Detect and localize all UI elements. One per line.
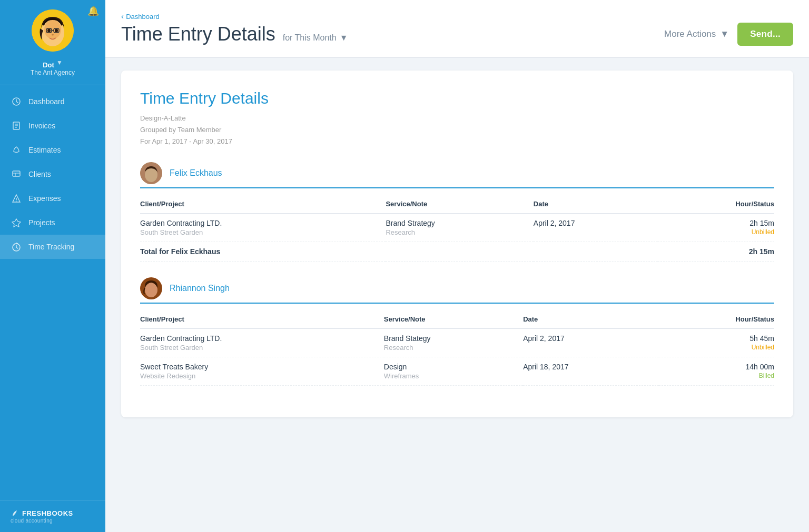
svg-point-3	[47, 29, 51, 33]
invoices-icon	[11, 120, 22, 132]
sidebar-label-projects: Projects	[28, 218, 55, 227]
sidebar-label-invoices: Invoices	[28, 122, 55, 130]
svg-line-22	[15, 243, 15, 244]
member-name-felix[interactable]: Felix Eckhaus	[170, 168, 222, 178]
sidebar-label-dashboard: Dashboard	[28, 97, 65, 106]
sidebar: 🔔	[0, 0, 105, 532]
sidebar-item-dashboard[interactable]: Dashboard	[0, 89, 105, 114]
sidebar-item-estimates[interactable]: Estimates	[0, 138, 105, 162]
svg-point-19	[16, 200, 17, 202]
report-client: Design-A-Latte	[140, 113, 774, 124]
more-actions-button[interactable]: More Actions ▼	[664, 29, 729, 39]
expenses-icon	[11, 193, 22, 204]
report-meta: Design-A-Latte Grouped by Team Member Fo…	[140, 113, 774, 147]
avatar-felix	[140, 162, 162, 184]
col-date-rhiannon: Date	[523, 311, 658, 329]
sidebar-footer: FRESHBOOKS cloud accounting	[0, 500, 105, 532]
profile-name: Dot	[43, 61, 54, 69]
period-chevron-icon: ▼	[340, 33, 348, 43]
team-member-header-rhiannon: Rhiannon Singh	[140, 277, 774, 299]
avatar-rhiannon	[140, 277, 162, 299]
clients-icon	[11, 168, 22, 180]
report-date-range: For Apr 1, 2017 - Apr 30, 2017	[140, 136, 774, 147]
main-content: Dashboard Time Entry Details for This Mo…	[105, 0, 809, 532]
send-button[interactable]: Send...	[737, 23, 793, 46]
sidebar-label-clients: Clients	[28, 170, 51, 178]
profile-name-row[interactable]: Dot ▼	[43, 56, 63, 69]
topbar-row: Time Entry Details for This Month ▼ More…	[121, 23, 793, 46]
table-row: Sweet Treats Bakery Website Redesign Des…	[140, 357, 774, 386]
sidebar-nav: Dashboard Invoices Estimates Clients Exp…	[0, 85, 105, 500]
more-actions-label: More Actions	[664, 29, 716, 39]
table-row: Garden Contracting LTD. South Street Gar…	[140, 214, 774, 242]
sidebar-item-clients[interactable]: Clients	[0, 162, 105, 186]
sidebar-item-expenses[interactable]: Expenses	[0, 186, 105, 210]
avatar-felix-image	[140, 162, 162, 184]
profile-company: The Ant Agency	[31, 69, 75, 76]
report-title: Time Entry Details	[140, 89, 774, 107]
svg-line-23	[17, 243, 18, 244]
breadcrumb[interactable]: Dashboard	[121, 12, 793, 21]
col-service-note-felix: Service/Note	[386, 196, 533, 214]
avatar-image	[32, 9, 74, 52]
period-selector[interactable]: for This Month ▼	[283, 33, 348, 43]
report-grouped-by: Grouped by Team Member	[140, 124, 774, 136]
col-hour-status-felix: Hour/Status	[658, 196, 774, 214]
freshbooks-logo: FRESHBOOKS	[11, 509, 95, 517]
dashboard-icon	[11, 96, 22, 107]
member-divider-felix	[140, 187, 774, 188]
cell-date-rhiannon-0: April 2, 2017	[523, 329, 658, 357]
team-section-rhiannon: Rhiannon Singh Client/Project Service/No…	[140, 277, 774, 386]
cell-hours-felix-0: 2h 15m Unbilled	[658, 214, 774, 242]
col-service-note-rhiannon: Service/Note	[384, 311, 523, 329]
member-divider-rhiannon	[140, 303, 774, 304]
sidebar-label-time-tracking: Time Tracking	[28, 243, 74, 251]
col-client-project-felix: Client/Project	[140, 196, 386, 214]
sidebar-label-expenses: Expenses	[28, 194, 61, 203]
cell-client-felix-0: Garden Contracting LTD. South Street Gar…	[140, 214, 386, 242]
cell-service-felix-0: Brand Strategy Research	[386, 214, 533, 242]
team-section-felix: Felix Eckhaus Client/Project Service/Not…	[140, 162, 774, 262]
team-member-header-felix: Felix Eckhaus	[140, 162, 774, 184]
profile-chevron-icon: ▼	[56, 59, 63, 66]
more-actions-chevron-icon: ▼	[720, 29, 729, 39]
freshbooks-leaf-icon	[11, 509, 19, 517]
bell-icon[interactable]: 🔔	[87, 5, 99, 17]
total-label-felix: Total for Felix Eckhaus	[140, 242, 386, 262]
sidebar-item-invoices[interactable]: Invoices	[0, 114, 105, 138]
col-client-project-rhiannon: Client/Project	[140, 311, 384, 329]
cell-service-rhiannon-1: Design Wireframes	[384, 357, 523, 386]
cell-date-felix-0: April 2, 2017	[534, 214, 658, 242]
sidebar-item-projects[interactable]: Projects	[0, 210, 105, 235]
entry-table-rhiannon: Client/Project Service/Note Date Hour/St…	[140, 311, 774, 386]
cell-service-rhiannon-0: Brand Stategy Research	[384, 329, 523, 357]
cell-client-rhiannon-0: Garden Contracting LTD. South Street Gar…	[140, 329, 384, 357]
sidebar-item-time-tracking[interactable]: Time Tracking	[0, 235, 105, 259]
col-hour-status-rhiannon: Hour/Status	[659, 311, 774, 329]
page-title: Time Entry Details	[121, 23, 275, 45]
member-name-rhiannon[interactable]: Rhiannon Singh	[170, 284, 230, 293]
sidebar-label-estimates: Estimates	[28, 146, 61, 154]
avatar-rhiannon-image	[140, 277, 162, 299]
topbar: Dashboard Time Entry Details for This Mo…	[105, 0, 809, 58]
svg-rect-14	[13, 171, 20, 176]
entry-table-felix: Client/Project Service/Note Date Hour/St…	[140, 196, 774, 262]
time-tracking-icon	[11, 241, 22, 253]
report-card: Time Entry Details Design-A-Latte Groupe…	[121, 71, 793, 417]
svg-point-5	[52, 34, 54, 36]
sidebar-profile: 🔔	[0, 0, 105, 85]
total-hours-felix: 2h 15m	[658, 242, 774, 262]
cell-date-rhiannon-1: April 18, 2017	[523, 357, 658, 386]
cell-client-rhiannon-1: Sweet Treats Bakery Website Redesign	[140, 357, 384, 386]
table-row: Garden Contracting LTD. South Street Gar…	[140, 329, 774, 357]
total-row-felix: Total for Felix Eckhaus 2h 15m	[140, 242, 774, 262]
freshbooks-brand: FRESHBOOKS	[22, 509, 73, 517]
avatar	[32, 9, 74, 52]
freshbooks-tagline: cloud accounting	[11, 518, 95, 524]
cell-hours-rhiannon-0: 5h 45m Unbilled	[659, 329, 774, 357]
topbar-left: Time Entry Details for This Month ▼	[121, 23, 348, 45]
content-area: Time Entry Details Design-A-Latte Groupe…	[105, 58, 809, 532]
svg-point-4	[55, 29, 58, 33]
estimates-icon	[11, 144, 22, 156]
projects-icon	[11, 217, 22, 228]
